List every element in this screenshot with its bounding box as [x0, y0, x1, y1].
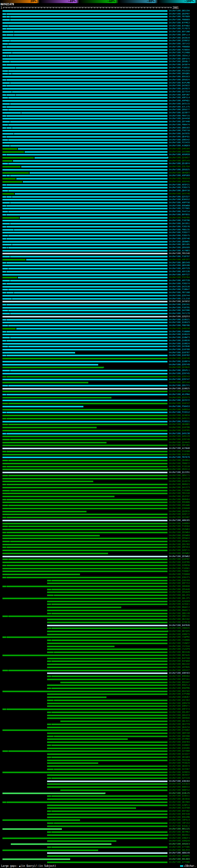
hit-bar[interactable]	[2, 448, 167, 449]
hit-label[interactable]: UniRef100_P04715	[167, 115, 190, 118]
hit-label[interactable]: UniRef100_B8BFG2	[167, 789, 190, 792]
hit-bar[interactable]	[2, 802, 167, 803]
hit-label[interactable]: UniRef100_Q8L5V1	[167, 720, 190, 723]
hit-bar[interactable]	[47, 741, 167, 743]
hit-bar[interactable]	[2, 130, 167, 131]
hit-bar[interactable]	[2, 241, 167, 243]
hit-label[interactable]: UniRef100_P27985	[167, 207, 190, 210]
hit-bar[interactable]	[21, 166, 167, 167]
hit-label[interactable]: UniRef100_P93338	[167, 759, 190, 762]
hit-bar[interactable]	[2, 454, 167, 456]
hit-label[interactable]: UniRef100_A9YIZ6	[167, 270, 190, 273]
hit-label[interactable]: UniRef100_C0HEX5	[167, 627, 190, 630]
hit-label[interactable]: UniRef100_C5Z2P9	[167, 648, 190, 651]
hit-bar[interactable]	[2, 508, 167, 509]
hit-bar[interactable]	[26, 259, 167, 260]
hit-bar[interactable]	[47, 780, 167, 782]
hit-label[interactable]: UniRef100_A2WPL5	[167, 804, 190, 807]
hit-bar[interactable]	[47, 643, 167, 644]
hit-label[interactable]: UniRef100_Q22077	[167, 112, 190, 115]
hit-label[interactable]: UniRef100_Q9SD24	[167, 79, 190, 82]
hit-label[interactable]: UniRef100_Q42935	[167, 132, 190, 135]
hit-label[interactable]: UniRef100_Q5N7B3	[167, 741, 190, 744]
hit-label[interactable]: UniRef100_Q10TN5	[167, 561, 190, 564]
hit-label[interactable]: UniRef100_Q10782	[167, 354, 190, 357]
hit-bar[interactable]	[47, 693, 167, 695]
hit-bar[interactable]	[2, 73, 167, 74]
hit-label[interactable]: UniRef100_D65194	[167, 9, 190, 12]
hit-label[interactable]: UniRef100_C6T1Y2	[167, 42, 190, 45]
hit-label[interactable]: UniRef100_O04974	[167, 765, 190, 768]
hit-label[interactable]: UniRef100_P26574	[167, 282, 190, 285]
hit-bar[interactable]	[47, 625, 167, 626]
hit-bar[interactable]	[2, 100, 167, 102]
hit-bar[interactable]	[2, 436, 167, 437]
hit-bar[interactable]	[2, 379, 167, 380]
hit-bar[interactable]	[47, 658, 167, 659]
hit-bar[interactable]	[2, 115, 167, 117]
hit-label[interactable]: UniRef100_Q10074	[167, 360, 190, 363]
hit-label[interactable]: UniRef100_B6TMK2	[167, 831, 190, 834]
hit-bar[interactable]	[2, 61, 167, 63]
hit-label[interactable]: UniRef100_Q49129	[167, 435, 190, 438]
hit-label[interactable]: UniRef100_Q22487	[167, 516, 190, 519]
hit-label[interactable]: UniRef100_Q42516	[167, 285, 190, 288]
hit-bar[interactable]	[2, 40, 167, 41]
hit-label[interactable]: UniRef100_C1L218	[167, 298, 190, 301]
hit-bar[interactable]	[47, 591, 167, 593]
hit-label[interactable]: UniRef100_Q38JF5	[167, 576, 190, 579]
hit-bar[interactable]	[2, 169, 167, 170]
hit-bar[interactable]	[47, 760, 167, 761]
hit-bar[interactable]	[2, 172, 29, 174]
hit-label[interactable]: UniRef100_B9T055	[167, 213, 190, 216]
hit-bar[interactable]	[2, 487, 167, 488]
hit-bar[interactable]	[2, 97, 167, 98]
hit-label[interactable]: UniRef100_C0PJG4	[167, 822, 190, 825]
hit-bar[interactable]	[2, 577, 167, 578]
hit-bar[interactable]	[2, 568, 167, 569]
hit-label[interactable]: UniRef100_B4G0L3	[167, 825, 190, 828]
hit-bar[interactable]	[47, 723, 167, 725]
hit-label[interactable]: UniRef100_P07689	[167, 16, 190, 19]
hit-label[interactable]: UniRef100_A7YVW6	[167, 861, 190, 864]
hit-bar[interactable]	[60, 789, 167, 791]
hit-bar[interactable]	[2, 301, 167, 302]
hit-bar[interactable]	[2, 418, 167, 420]
hit-label[interactable]: UniRef100_Q9M4T1	[167, 705, 190, 708]
hit-label[interactable]: UniRef100_Q12291	[167, 471, 190, 474]
hit-label[interactable]: UniRef100_Q43746	[167, 192, 190, 195]
hit-bar[interactable]	[2, 340, 167, 341]
hit-label[interactable]: UniRef100_Q22645	[167, 366, 190, 369]
hit-label[interactable]: UniRef100_P29694	[167, 49, 190, 52]
hit-bar[interactable]	[2, 286, 167, 287]
hit-label[interactable]: UniRef100_B8B5S4	[167, 786, 190, 789]
hit-bar[interactable]	[47, 580, 167, 581]
hit-label[interactable]: UniRef100_P48705	[167, 216, 190, 220]
hit-label[interactable]: UniRef100_Q9SQB5	[167, 72, 190, 75]
hit-bar[interactable]	[47, 831, 167, 833]
hit-bar[interactable]	[47, 834, 167, 836]
hit-label[interactable]: UniRef100_B4FRV6	[167, 624, 190, 627]
hit-bar[interactable]	[47, 666, 167, 668]
hit-label[interactable]: UniRef100_P18564	[167, 525, 190, 528]
hit-bar[interactable]	[15, 193, 167, 195]
hit-label[interactable]: UniRef100_Q10SS1	[167, 795, 190, 798]
hit-bar[interactable]	[2, 109, 167, 111]
hit-bar[interactable]	[47, 603, 167, 605]
hit-label[interactable]: UniRef100_Q0JBS6	[167, 798, 190, 801]
hit-label[interactable]: UniRef100_Q49128	[167, 390, 190, 393]
hit-label[interactable]: UniRef100_A9NUF4	[167, 837, 190, 840]
hit-bar[interactable]	[2, 307, 167, 309]
hit-label[interactable]: UniRef100_Q39749	[167, 363, 190, 366]
hit-label[interactable]: UniRef100_A9FIP7	[167, 258, 190, 261]
hit-bar[interactable]	[47, 595, 167, 596]
hit-label[interactable]: UniRef100_Q39832	[167, 39, 190, 42]
hit-bar[interactable]	[2, 421, 167, 423]
hit-bar[interactable]	[2, 730, 167, 731]
hit-bar[interactable]	[2, 415, 167, 416]
hit-label[interactable]: UniRef100_Q9SAW6	[167, 504, 190, 507]
hit-label[interactable]: UniRef100_Q2V327	[167, 195, 190, 198]
hit-bar[interactable]	[2, 364, 98, 366]
hit-label[interactable]: UniRef100_Q9LKR7	[167, 711, 190, 714]
hit-bar[interactable]	[2, 355, 167, 356]
